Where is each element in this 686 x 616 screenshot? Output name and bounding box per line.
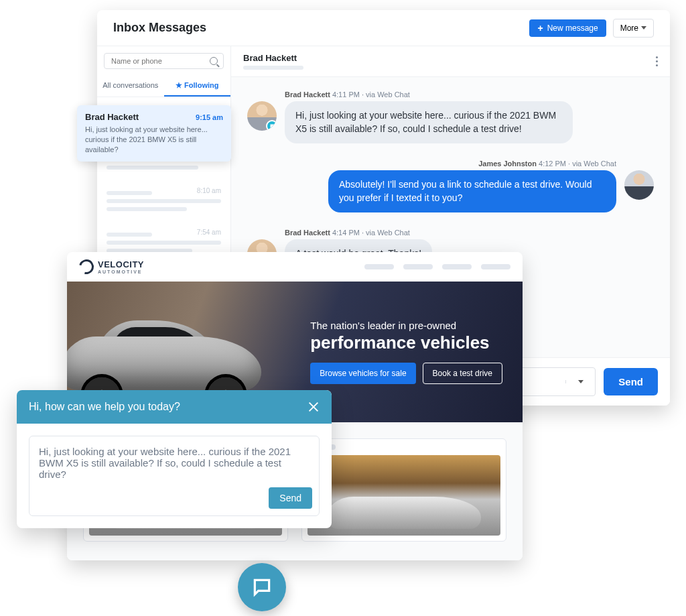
more-label: More [620,23,638,33]
search-icon [210,57,218,65]
conversation-name: Brad Hackett [85,112,139,122]
channel-dropdown[interactable] [565,380,595,383]
brand-sub: AUTOMOTIVE [98,269,144,274]
chat-send-button[interactable]: Send [269,487,312,509]
site-nav: VELOCITY AUTOMOTIVE [67,252,523,282]
new-message-label: New message [547,23,598,33]
new-message-button[interactable]: + New message [529,19,606,37]
tab-following[interactable]: ★ Following [164,76,231,97]
book-test-drive-button[interactable]: Book a test drive [423,363,502,384]
chevron-down-icon [578,380,584,383]
chat-icon [251,576,273,598]
thread-header: Brad Hackett [231,46,670,77]
chat-greeting: Hi, how can we help you today? [29,401,180,413]
avatar [247,101,277,131]
inbox-header: Inbox Messages + New message More [97,10,670,46]
webchat-badge-icon [266,120,277,131]
chat-input[interactable]: Hi, just looking at your website here...… [29,436,320,516]
message: Brad Hackett 4:11 PM · via Web Chat Hi, … [247,90,654,143]
chat-fab[interactable] [238,563,286,611]
search-field[interactable] [110,56,210,66]
message: James Johnston 4:12 PM · via Web Chat Ab… [247,160,654,212]
avatar [624,170,654,200]
tab-all-conversations[interactable]: All conversations [97,76,164,97]
browse-vehicles-button[interactable]: Browse vehicles for sale [310,363,415,384]
hero-headline: performance vehicles [310,332,502,353]
chat-draft-text: Hi, just looking at your website here...… [39,446,291,480]
close-icon[interactable] [307,401,320,413]
more-button[interactable]: More [613,19,654,38]
sidebar-tabs: All conversations ★ Following [97,76,230,97]
chat-widget: Hi, how can we help you today? Hi, just … [17,390,332,528]
vehicle-card[interactable] [301,438,506,542]
star-icon: ★ [176,81,182,89]
brand-logo-icon [76,257,96,277]
hero-lead: The nation's leader in pre-owned [310,320,502,331]
thread-subline-skeleton [243,66,303,70]
send-button[interactable]: Send [604,368,658,395]
chat-widget-header: Hi, how can we help you today? [17,390,332,424]
brand: VELOCITY AUTOMOTIVE [79,259,144,274]
brand-name: VELOCITY [98,259,144,269]
message-bubble: Absolutely! I'll send you a link to sche… [328,170,616,212]
conversation-selected[interactable]: Brad Hackett 9:15 am Hi, just looking at… [77,105,231,162]
vehicle-thumb [307,455,500,536]
nav-links-skeleton [364,264,510,269]
conversation-preview: Hi, just looking at your website here...… [85,125,223,155]
message-bubble: Hi, just looking at your website here...… [285,101,573,143]
page-title: Inbox Messages [113,21,206,35]
search-input[interactable] [104,53,224,69]
chevron-down-icon [641,26,646,29]
kebab-icon[interactable] [656,56,658,66]
thread-contact-name: Brad Hackett [243,53,303,63]
list-item[interactable]: 8:10 am [97,180,230,222]
conversation-time: 9:15 am [196,113,223,121]
